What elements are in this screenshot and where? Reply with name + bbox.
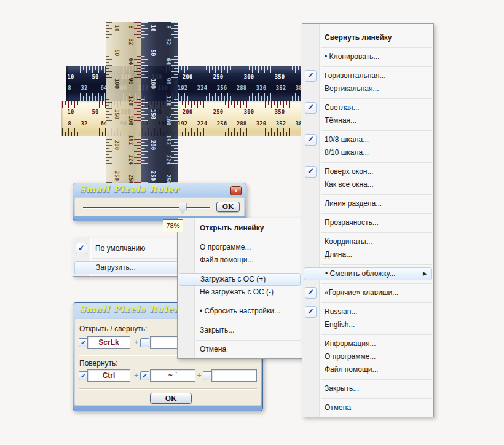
ruler-number: 300 — [242, 109, 256, 115]
menu-item[interactable]: Закрыть... — [178, 324, 302, 337]
context-menu-main: Свернуть линейку• Клонировать...Горизонт… — [302, 23, 434, 417]
open-key1-checkbox[interactable]: ✓ — [79, 338, 88, 347]
menu-item[interactable]: • Сменить обложку...▶ — [304, 267, 432, 280]
menu-item-label: Загрузить... — [96, 263, 136, 272]
checkmark-icon: ✓ — [305, 287, 317, 299]
menu-item[interactable]: Как все окна... — [302, 178, 433, 191]
ruler-ticks — [61, 128, 301, 136]
context-menu-tray: Открыть линейкуО программе...Файл помощи… — [177, 218, 302, 359]
zoom-value-tooltip: 78% — [163, 219, 183, 232]
zoom-dialog-titlebar[interactable]: Small Pixels Ruler x — [74, 184, 245, 197]
menu-item[interactable]: Светлая...✓ — [302, 101, 433, 114]
rotate-key2-field[interactable] — [150, 369, 195, 382]
desktop: 1050100150200250300350 83264961281601922… — [0, 0, 504, 445]
ruler-ticks — [61, 101, 301, 108]
menu-item-label: Поверх окон... — [325, 167, 373, 176]
menu-item[interactable]: О программе... — [178, 241, 302, 254]
menu-item-label: Свернуть линейку — [325, 33, 392, 42]
menu-item[interactable]: • Клонировать... — [302, 50, 433, 63]
menu-item[interactable]: Поверх окон...✓ — [302, 165, 433, 178]
menu-item-label: Файл помощи... — [200, 256, 254, 264]
menu-item[interactable]: Тёмная... — [302, 114, 433, 127]
ruler-number: 100 — [149, 77, 156, 90]
ok-button[interactable]: OK — [216, 202, 240, 212]
zoom-slider-thumb[interactable] — [179, 203, 187, 214]
menu-item-label: По умолчанию — [95, 244, 145, 253]
menu-item[interactable]: Загружать с ОС (+) — [179, 273, 301, 286]
menu-item[interactable]: Длина... — [302, 248, 433, 261]
menu-item[interactable]: Прозрачность... — [302, 216, 433, 229]
open-key2-checkbox[interactable] — [140, 338, 149, 347]
menu-item[interactable]: Свернуть линейку — [302, 31, 433, 44]
rotate-key1-field[interactable] — [87, 369, 130, 382]
menu-item[interactable]: 8/10 шкала... — [302, 146, 433, 159]
rotate-key2-checkbox[interactable]: ✓ — [140, 371, 149, 380]
menu-item[interactable]: 10/8 шкала...✓ — [302, 133, 433, 146]
context-menu-skin: По умолчанию✓Загрузить... — [73, 238, 181, 277]
ruler-vertical-dark[interactable]: 1050100150200250 8326496128160192224256 — [141, 22, 178, 191]
menu-item[interactable]: Горизонтальная...✓ — [302, 69, 433, 82]
menu-item[interactable]: Не загружать с ОС (-) — [178, 286, 302, 299]
ruler-number: 150 — [149, 108, 156, 121]
ruler-number: 50 — [89, 109, 102, 115]
ruler-number: 100 — [112, 77, 120, 90]
menu-item-label: Загружать с ОС (+) — [200, 275, 266, 283]
ruler-number: 200 — [149, 138, 156, 152]
menu-item-label: • Клонировать... — [325, 52, 379, 61]
ok-button[interactable]: OK — [150, 393, 192, 404]
ruler-number: 352 — [274, 120, 288, 127]
menu-item[interactable]: Загрузить... — [74, 261, 179, 274]
menu-item-label: О программе... — [325, 352, 376, 361]
ruler-number: 200 — [112, 138, 120, 152]
rotate-key3-field[interactable] — [211, 369, 257, 382]
dialog-title: Small Pixels Ruler — [79, 304, 179, 314]
menu-separator — [321, 130, 432, 131]
menu-item[interactable]: Файл помощи... — [178, 254, 302, 267]
menu-item[interactable]: Линия раздела... — [302, 197, 433, 210]
menu-item[interactable]: Вертикальная... — [302, 82, 433, 95]
submenu-arrow-icon: ▶ — [423, 268, 427, 280]
ruler-number: 300 — [242, 74, 256, 80]
ruler-number: 32 — [127, 35, 134, 49]
menu-item[interactable]: Открыть линейку — [178, 222, 302, 235]
menu-separator — [321, 194, 432, 195]
ruler-ticks — [66, 93, 301, 101]
ruler-number: 50 — [149, 46, 156, 60]
menu-item[interactable]: Отмена — [302, 401, 433, 414]
zoom-slider[interactable] — [83, 207, 210, 208]
menu-item[interactable]: Отмена — [178, 343, 302, 356]
menu-item[interactable]: • Сбросить настройки... — [178, 305, 302, 318]
menu-item[interactable]: English... — [302, 318, 433, 331]
close-icon[interactable]: x — [230, 186, 242, 195]
ruler-vertical-light[interactable]: 1050100150200250 8326496128160192224256 — [106, 22, 141, 191]
ruler-number: 96 — [127, 74, 134, 88]
menu-item-label: Отмена — [200, 345, 226, 353]
rotate-key1-checkbox[interactable]: ✓ — [79, 371, 88, 380]
menu-item[interactable]: О программе... — [302, 350, 433, 363]
ruler-number: 288 — [235, 120, 248, 127]
menu-item[interactable]: Информация... — [302, 337, 433, 350]
menu-item[interactable]: Файл помощи... — [302, 363, 433, 376]
ruler-number: 250 — [211, 109, 225, 115]
menu-separator — [196, 321, 301, 321]
ruler-ticks — [171, 22, 178, 191]
menu-item-label: Russian... — [325, 307, 357, 316]
ruler-horizontal-dark[interactable]: 1050100150200250300350 83264961281601922… — [66, 66, 301, 101]
menu-item[interactable]: «Горячие» клавиши...✓ — [302, 286, 433, 299]
menu-separator — [196, 302, 301, 302]
menu-item-label: Отмена — [325, 403, 351, 412]
menu-item-label: Закрыть... — [200, 326, 234, 334]
ruler-number: 10 — [66, 74, 77, 80]
rotate-key3-checkbox[interactable] — [203, 371, 212, 380]
menu-item[interactable]: Координаты... — [302, 235, 433, 248]
ruler-number: 352 — [274, 85, 288, 91]
menu-item[interactable]: Закрыть... — [302, 382, 433, 395]
ruler-number: 50 — [89, 74, 102, 80]
ruler-number: 250 — [149, 169, 156, 183]
menu-item[interactable]: По умолчанию✓ — [73, 242, 180, 255]
menu-separator — [321, 66, 432, 67]
checkmark-icon: ✓ — [305, 102, 317, 114]
open-key1-field[interactable] — [87, 336, 130, 349]
menu-item[interactable]: Russian...✓ — [302, 305, 433, 318]
ruler-horizontal-light[interactable]: 1050100150200250300350 83264961281601922… — [61, 101, 301, 136]
